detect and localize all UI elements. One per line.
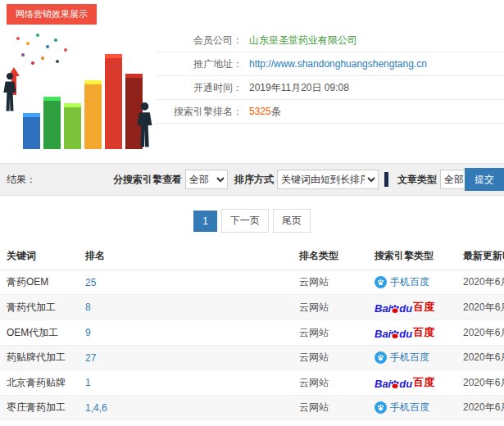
info-label: 推广地址： [156,57,243,71]
filters-group: 分搜索引擎查看 全部 排序方式 关键词由短到长排序 文章类型 全部 [110,170,483,189]
baidu-logo: Baidu百度 [375,325,434,340]
table-row: 北京膏药贴牌 1 云网站 Baidu百度 2020年6月11日 11:18 [0,370,504,396]
bar-chart-graphic [23,54,143,149]
mobile-baidu-icon [375,351,387,364]
rank-type-cell: 云网站 [299,377,329,388]
member-company-link[interactable]: 山东皇圣堂药业有限公司 [249,34,357,48]
rank-type-cell: 云网站 [299,351,329,363]
engine-type-cell: Baidu百度 [375,300,434,315]
sort-filter-select[interactable]: 关键词由短到长排序 [277,170,379,189]
info-label: 会员公司： [156,34,243,48]
table-row: 医疗器械厂家 4 云网站 Baidu百度 2020年5月29日 10:32 [0,420,504,426]
top-section: 会员公司： 山东皇圣堂药业有限公司 推广地址： http://www.shand… [0,27,504,156]
keyword-cell: 膏药代加工 [7,301,56,313]
mobile-baidu-icon [375,401,387,414]
rank-type-cell: 云网站 [299,301,329,313]
keyword-cell: OEM代加工 [7,327,58,338]
next-page-button[interactable]: 下一页 [221,209,269,233]
info-row-ranking-count: 搜索引擎排名： 5325条 [156,100,504,124]
header-keyword: 关键词 [0,242,79,270]
ranking-count-unit: 条 [271,106,281,117]
rank-type-cell: 云网站 [299,276,329,288]
rank-type-cell: 云网站 [299,327,329,338]
info-row-open-time: 开通时间： 2019年11月20日 09:08 [156,76,504,100]
info-label: 开通时间： [156,81,243,95]
engine-label: 手机百度 [390,275,429,289]
table-row: 枣庄膏药加工 1,4,6 云网站 手机百度 2020年6月18日 10:19 [0,396,504,420]
header-rank-type: 排名类型 [293,242,368,270]
header-engine-type: 搜索引擎类型 [368,242,456,270]
baidu-logo: Baidu百度 [375,300,434,315]
rank-link[interactable]: 1 [85,377,91,388]
results-table: 关键词 排名 排名类型 搜索引擎类型 最新更新时间 膏药OEM 25 云网站 手… [0,242,504,426]
rank-link[interactable]: 25 [85,277,96,288]
keyword-cell: 北京膏药贴牌 [7,377,66,388]
engine-type-cell: Baidu百度 [375,375,434,390]
promotion-url-link[interactable]: http://www.shandonghuangshengtang.cn [249,58,427,70]
bar [23,113,40,149]
rank-link[interactable]: 1,4,6 [85,402,107,414]
engine-label: 手机百度 [390,351,429,365]
pagination: 1 下一页 尾页 [0,209,504,233]
updated-cell: 2020年6月10日 13:40 [463,301,504,313]
vertical-divider [384,172,388,187]
updated-cell: 2020年6月5日 14:57 [463,327,504,338]
filter-bar: 结果： 分搜索引擎查看 全部 排序方式 关键词由短到长排序 文章类型 全部 提交 [0,163,504,196]
header-rank: 排名 [79,242,293,270]
article-type-label: 文章类型 [397,173,437,187]
promo-graphic [0,27,156,156]
open-time-value: 2019年11月20日 09:08 [249,81,349,95]
bar [105,54,122,149]
submit-button[interactable]: 提交 [465,168,504,191]
keyword-cell: 药贴牌代加工 [7,351,66,363]
ranking-count-value: 5325 [249,106,271,117]
engine-type-cell: 手机百度 [375,351,429,365]
sort-filter-label: 排序方式 [234,173,274,187]
businessman-figure [136,102,153,150]
info-row-company: 会员公司： 山东皇圣堂药业有限公司 [156,29,504,52]
header-updated: 最新更新时间 [456,242,504,270]
engine-filter-label: 分搜索引擎查看 [113,173,182,187]
updated-cell: 2020年6月9日 17:50 [463,276,504,288]
table-header-row: 关键词 排名 排名类型 搜索引擎类型 最新更新时间 [0,242,504,270]
engine-label: 手机百度 [390,401,429,415]
info-label: 搜索引擎排名： [156,105,243,119]
rank-link[interactable]: 9 [85,327,91,338]
engine-filter-select[interactable]: 全部 [185,170,228,189]
engine-type-cell: 手机百度 [375,401,429,415]
mobile-baidu-icon [375,276,387,288]
table-row: OEM代加工 9 云网站 Baidu百度 2020年6月5日 14:57 [0,320,504,346]
member-info-panel: 会员公司： 山东皇圣堂药业有限公司 推广地址： http://www.shand… [156,27,504,156]
table-row: 药贴牌代加工 27 云网站 手机百度 2020年6月18日 10:25 [0,346,504,370]
updated-cell: 2020年6月11日 11:18 [463,377,504,388]
bar [64,103,81,149]
rank-link[interactable]: 8 [85,301,91,313]
businessman-figure [2,72,17,114]
result-label: 结果： [7,173,36,187]
rank-type-cell: 云网站 [299,401,329,413]
info-row-url: 推广地址： http://www.shandonghuangshengtang.… [156,52,504,76]
keyword-cell: 膏药OEM [7,276,48,288]
bar [84,80,102,149]
page-title: 网络营销效果展示 [7,4,97,25]
updated-cell: 2020年6月18日 10:19 [463,401,504,413]
updated-cell: 2020年6月18日 10:25 [463,351,504,363]
rank-link[interactable]: 27 [85,352,96,364]
keyword-cell: 枣庄膏药加工 [7,401,66,413]
confetti-decoration [16,37,20,40]
table-row: 膏药OEM 25 云网站 手机百度 2020年6月9日 17:50 [0,270,504,295]
engine-type-cell: 手机百度 [375,275,429,289]
table-row: 膏药代加工 8 云网站 Baidu百度 2020年6月10日 13:40 [0,295,504,320]
last-page-button[interactable]: 尾页 [273,209,311,233]
engine-type-cell: Baidu百度 [375,325,434,340]
baidu-logo: Baidu百度 [375,375,434,390]
page-number-current[interactable]: 1 [193,211,217,232]
bar [43,97,61,149]
